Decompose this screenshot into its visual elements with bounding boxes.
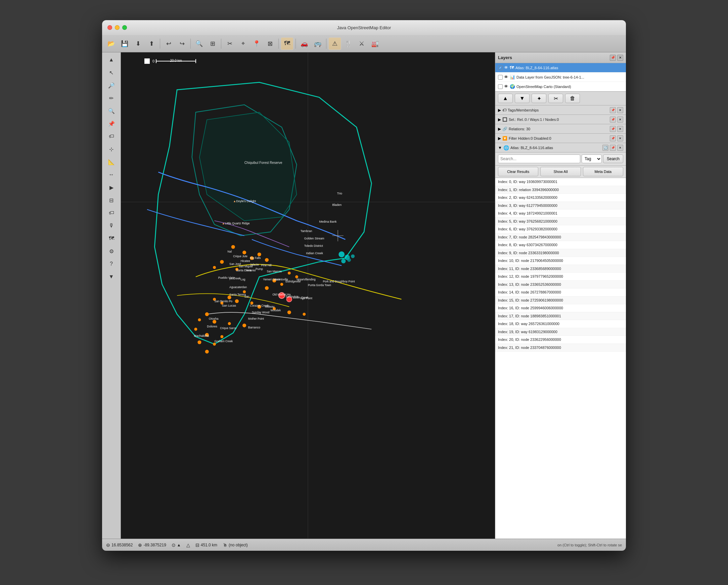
minimize-button[interactable] (115, 25, 120, 30)
result-item[interactable]: Index: 8, ID: way 630734267000000 (495, 241, 626, 249)
result-item[interactable]: Index: 6, ID: way 376293382000000 (495, 225, 626, 233)
select-tool[interactable]: ↖ (105, 67, 118, 79)
node-tool-button[interactable]: ⌖ (237, 37, 250, 50)
layers-button[interactable]: ⊠ (264, 37, 276, 50)
layer-checkbox-geojson[interactable] (498, 75, 503, 80)
map-style-button[interactable]: 🗺 (281, 37, 293, 50)
expand-icon-rel[interactable]: ▶ (498, 127, 501, 131)
warning-button[interactable]: ⚠ (329, 37, 341, 50)
map-area[interactable]: Chiquibul Forest Reserve ▲ Doyle's Delig… (121, 52, 495, 539)
save-button[interactable]: 💾 (118, 37, 131, 50)
result-item[interactable]: Index: 5, ID: way 376256821000000 (495, 218, 626, 226)
tags-pin-btn[interactable]: 📌 (610, 107, 616, 113)
layers-close-button[interactable]: ✕ (617, 55, 623, 61)
download-button[interactable]: ⬇ (132, 37, 145, 50)
magnify-tool[interactable]: 🔍 (105, 105, 118, 117)
result-item[interactable]: Index: 19, ID: way 61983129000000 (495, 328, 626, 336)
layer-checkbox-osm[interactable] (498, 84, 503, 89)
label-tool[interactable]: 🏷 (105, 207, 118, 219)
scroll-up-tool[interactable]: ▲ (105, 54, 118, 66)
expand-icon-tags[interactable]: ▶ (498, 108, 501, 112)
sel-pin-btn[interactable]: 📌 (610, 117, 616, 123)
result-item[interactable]: Index: 13, ID: node 233652536000000 (495, 281, 626, 289)
filter-pin-btn[interactable]: 📌 (610, 135, 616, 142)
route-tool[interactable]: ↔ (105, 169, 118, 181)
layer-item-atlas[interactable]: ✓ 👁 🗺 Atlas: BLZ_8-64-116.atlas (495, 63, 626, 73)
result-item[interactable]: Index: 7, ID: node 2825479843000000 (495, 233, 626, 241)
result-item[interactable]: Index: 9, ID: node 233633198000000 (495, 249, 626, 257)
atlas-close-btn[interactable]: ✕ (617, 145, 623, 151)
delete-layer-button[interactable]: 🗑 (565, 94, 580, 103)
result-item[interactable]: Index: 16, ID: node 2599946006000000 (495, 304, 626, 312)
sword-button[interactable]: ⚔ (355, 37, 368, 50)
result-item[interactable]: Index: 2, ID: way 624133562000000 (495, 194, 626, 202)
result-item[interactable]: Index: 3, ID: way 612779450000000 (495, 202, 626, 210)
select-button[interactable]: ✂ (223, 37, 236, 50)
open-file-button[interactable]: 📂 (105, 37, 118, 50)
tags-close-btn[interactable]: ✕ (617, 107, 623, 113)
cut-button[interactable]: ✂ (548, 94, 563, 103)
result-item[interactable]: Index: 1, ID: relation 3394396000000 (495, 186, 626, 194)
maximize-button[interactable] (122, 25, 127, 30)
expand-icon-filter[interactable]: ▶ (498, 136, 501, 141)
search-input[interactable] (498, 154, 580, 163)
scroll-down-tool[interactable]: ▼ (105, 271, 118, 283)
result-item[interactable]: Index: 21, ID: node 233704876000000 (495, 344, 626, 352)
food-button[interactable]: 🍴 (342, 37, 355, 50)
move-up-button[interactable]: ▲ (498, 94, 513, 103)
tag-tool[interactable]: 🏷 (105, 130, 118, 143)
zoom-fit-button[interactable]: 🔍 (193, 37, 206, 50)
atlas-reload-btn[interactable]: 🔄 (602, 145, 608, 151)
upload-button[interactable]: ⬆ (145, 37, 158, 50)
expand-icon-sel[interactable]: ▶ (498, 117, 501, 122)
zoom-area-button[interactable]: ⊞ (206, 37, 219, 50)
rel-pin-btn[interactable]: 📌 (610, 126, 616, 132)
result-item[interactable]: Index: 18, ID: way 265726361000000 (495, 320, 626, 328)
svg-text:Indian Creek: Indian Creek (306, 252, 323, 255)
layer-checkbox-atlas[interactable]: ✓ (498, 66, 503, 70)
map-import-tool[interactable]: 🗺 (105, 232, 118, 245)
layers-tool[interactable]: ⊟ (105, 194, 118, 206)
gps-button[interactable]: 📍 (250, 37, 263, 50)
note-tool[interactable]: 📌 (105, 118, 118, 130)
result-item[interactable]: Index: 11, ID: node 233685689000000 (495, 265, 626, 273)
filter-close-btn[interactable]: ✕ (617, 135, 623, 142)
show-all-button[interactable]: Show All (540, 167, 580, 176)
meta-data-button[interactable]: Meta Data (583, 167, 623, 176)
car-icon-button[interactable]: 🚗 (298, 37, 311, 50)
sel-close-btn[interactable]: ✕ (617, 117, 623, 123)
result-item[interactable]: Index: 17, ID: node 188983851000001 (495, 312, 626, 321)
merge-button[interactable]: ✦ (531, 94, 546, 103)
atlas-pin-btn[interactable]: 📌 (610, 145, 616, 151)
undo-button[interactable]: ↩ (162, 37, 175, 50)
result-item[interactable]: Index: 10, ID: node 2179064505000000 (495, 257, 626, 265)
expand-icon-atlas[interactable]: ▼ (498, 146, 502, 150)
audio-tool[interactable]: 🎙 (105, 220, 118, 232)
result-item[interactable]: Index: 0, ID: way 193609973000001 (495, 178, 626, 186)
rel-close-btn[interactable]: ✕ (617, 126, 623, 132)
result-item[interactable]: Index: 15, ID: node 2725906198000000 (495, 297, 626, 305)
move-down-button[interactable]: ▼ (515, 94, 529, 103)
bus-icon-button[interactable]: 🚌 (311, 37, 324, 50)
settings-tool[interactable]: ⚙ (105, 245, 118, 257)
redo-button[interactable]: ↪ (176, 37, 188, 50)
play-tool[interactable]: ▶ (105, 181, 118, 194)
draw-way-tool[interactable]: ✏ (105, 92, 118, 104)
help-tool[interactable]: ? (105, 258, 118, 270)
tag-select[interactable]: Tag (581, 154, 602, 163)
layer-item-osm[interactable]: 👁 🌍 OpenStreetMap Carto (Standard) (495, 82, 626, 91)
factory-button[interactable]: 🏭 (369, 37, 382, 50)
layer-item-geojson[interactable]: 👁 📊 Data Layer from GeoJSON: tree-6-14-1… (495, 73, 626, 82)
search-button[interactable]: Search (603, 154, 623, 163)
result-item[interactable]: Index: 20, ID: node 233622956000000 (495, 336, 626, 344)
result-item[interactable]: Index: 4, ID: way 187249921000001 (495, 209, 626, 218)
close-button[interactable] (107, 25, 112, 30)
result-item[interactable]: Index: 14, ID: node 267278867000000 (495, 288, 626, 297)
zoom-in-tool[interactable]: 🔎 (105, 79, 118, 91)
connect-tool[interactable]: ⊹ (105, 143, 118, 155)
result-item[interactable]: Index: 12, ID: node 1979779652000000 (495, 273, 626, 281)
clear-results-button[interactable]: Clear Results (498, 167, 538, 176)
results-list[interactable]: Index: 0, ID: way 193609973000001Index: … (495, 178, 626, 539)
measure-tool[interactable]: 📐 (105, 156, 118, 168)
layers-pin-button[interactable]: 📌 (610, 55, 616, 61)
